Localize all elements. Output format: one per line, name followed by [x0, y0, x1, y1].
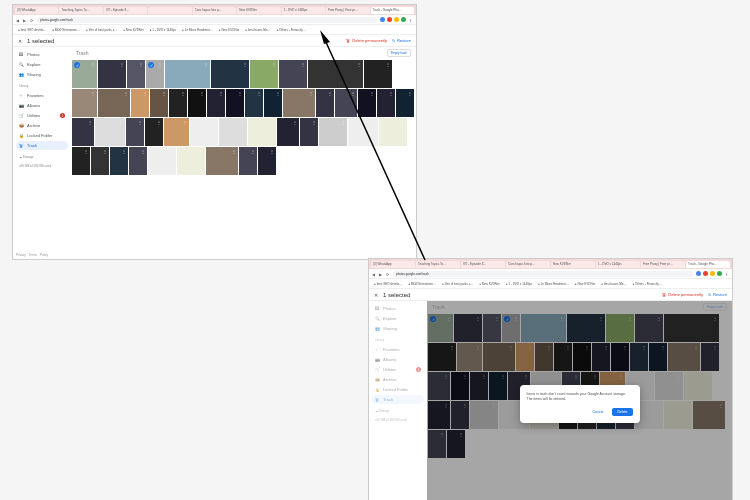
bookmark-item[interactable]: ● 1 - DVD x 1440ps	[504, 282, 534, 286]
bookmark-item[interactable]: ● best buses Ma…	[243, 28, 272, 32]
sidebar-item-trash[interactable]: 🗑Trash	[372, 395, 424, 404]
photo-thumbnail[interactable]	[91, 147, 109, 175]
forward-icon[interactable]: ▶	[379, 272, 383, 276]
sidebar-item-albums[interactable]: 📷Albums	[372, 355, 424, 364]
photo-thumbnail[interactable]	[226, 89, 244, 117]
photo-thumbnail[interactable]	[277, 118, 299, 146]
ext-icon[interactable]	[696, 271, 701, 276]
photo-thumbnail[interactable]	[146, 60, 164, 88]
photo-thumbnail[interactable]	[377, 89, 395, 117]
photo-thumbnail[interactable]	[239, 147, 257, 175]
sidebar-item-favorites[interactable]: ☆Favorites	[16, 91, 68, 100]
sidebar-item-trash[interactable]: 🗑Trash	[16, 141, 68, 150]
sidebar-item-favorites[interactable]: ☆Favorites	[372, 345, 424, 354]
photo-thumbnail[interactable]	[283, 89, 315, 117]
bookmark-item[interactable]: ● B&W Entertainm…	[406, 282, 438, 286]
footer-link[interactable]: Policy	[40, 253, 48, 257]
browser-tab[interactable]: Cara hapus foto p…	[193, 7, 236, 14]
bookmark-item[interactable]: ● Others - Financify…	[274, 28, 307, 32]
sidebar-item-sharing[interactable]: 👥Sharing	[16, 70, 68, 79]
photo-thumbnail[interactable]	[165, 60, 210, 88]
photo-thumbnail[interactable]	[219, 118, 247, 146]
browser-tab[interactable]	[148, 7, 191, 14]
browser-tab[interactable]: Teaching Topics To…	[59, 7, 102, 14]
photo-thumbnail[interactable]	[98, 89, 130, 117]
cancel-button[interactable]: Cancel	[587, 408, 608, 416]
sidebar-item-photos[interactable]: 🖼Photos	[16, 50, 68, 59]
photo-thumbnail[interactable]	[258, 147, 276, 175]
photo-thumbnail[interactable]	[98, 60, 126, 88]
photo-thumbnail[interactable]	[358, 89, 376, 117]
photo-thumbnail[interactable]	[348, 118, 378, 146]
sidebar-item-locked-folder[interactable]: 🔒Locked Folder	[372, 385, 424, 394]
browser-tab[interactable]: Free Proxy | Free pr…	[326, 7, 369, 14]
bookmark-item[interactable]: ● best buses Ma…	[599, 282, 628, 286]
photo-thumbnail[interactable]	[396, 89, 414, 117]
photo-thumbnail[interactable]	[72, 89, 97, 117]
photo-thumbnail[interactable]	[308, 60, 363, 88]
browser-tab[interactable]: Free Proxy | Free pr…	[641, 261, 685, 268]
restore-button[interactable]: ↻ Restore	[392, 38, 411, 43]
photo-thumbnail[interactable]	[131, 89, 149, 117]
photo-thumbnail[interactable]	[264, 89, 282, 117]
photo-thumbnail[interactable]	[177, 147, 205, 175]
back-icon[interactable]: ◀	[372, 272, 376, 276]
photo-thumbnail[interactable]	[211, 60, 249, 88]
photo-thumbnail[interactable]	[164, 118, 189, 146]
photo-thumbnail[interactable]	[150, 89, 168, 117]
photo-thumbnail[interactable]	[72, 60, 97, 88]
ext-icon[interactable]	[387, 17, 392, 22]
ext-icon[interactable]	[401, 17, 406, 22]
footer-link[interactable]: Privacy	[16, 253, 26, 257]
sidebar-item-albums[interactable]: 📷Albums	[16, 101, 68, 110]
empty-trash-button[interactable]: Empty trash	[387, 49, 411, 57]
delete-permanently-button[interactable]: 🗑 Delete permanently	[346, 38, 387, 43]
url-input[interactable]: photos.google.com/trash	[37, 17, 377, 23]
photo-thumbnail[interactable]	[379, 118, 407, 146]
sidebar-item-explore[interactable]: 🔍Explore	[372, 314, 424, 323]
sidebar-item-explore[interactable]: 🔍Explore	[16, 60, 68, 69]
bookmark-item[interactable]: ● New KVDNer	[217, 28, 241, 32]
ext-icon[interactable]	[394, 17, 399, 22]
browser-tab[interactable]: Trash - Google Pho…	[686, 261, 730, 268]
bookmark-item[interactable]: ● New KVDNer	[477, 282, 501, 286]
photo-thumbnail[interactable]	[250, 60, 278, 88]
bookmark-item[interactable]: ● Vee of best parks s…	[440, 282, 475, 286]
photo-thumbnail[interactable]	[335, 89, 357, 117]
close-icon[interactable]: ✕	[374, 292, 378, 298]
photo-thumbnail[interactable]	[316, 89, 334, 117]
ext-icon[interactable]	[703, 271, 708, 276]
photo-thumbnail[interactable]	[364, 60, 392, 88]
browser-tab[interactable]: Trash - Google Pho…	[371, 7, 414, 14]
photo-thumbnail[interactable]	[72, 118, 94, 146]
browser-tab[interactable]: (3) WhatsApp	[371, 261, 415, 268]
ext-icon[interactable]	[717, 271, 722, 276]
sidebar-item-photos[interactable]: 🖼Photos	[372, 304, 424, 313]
photo-thumbnail[interactable]	[319, 118, 347, 146]
bookmark-item[interactable]: ● Je Blues Headimat…	[180, 28, 215, 32]
photo-thumbnail[interactable]	[245, 89, 263, 117]
bookmark-item[interactable]: ● best SEO develo…	[16, 28, 48, 32]
browser-tab[interactable]: Teaching Topics To…	[416, 261, 460, 268]
restore-button[interactable]: ↻ Restore	[708, 292, 727, 297]
menu-icon[interactable]: ⋮	[724, 271, 729, 276]
photo-thumbnail[interactable]	[148, 147, 176, 175]
ext-icon[interactable]	[380, 17, 385, 22]
bookmark-item[interactable]: ● New KVDNer	[121, 28, 145, 32]
photo-thumbnail[interactable]	[110, 147, 128, 175]
photo-thumbnail[interactable]	[129, 147, 147, 175]
browser-tab[interactable]: VO - Episode 3…	[104, 7, 147, 14]
photo-thumbnail[interactable]	[72, 147, 90, 175]
sidebar-item-archive[interactable]: 📦Archive	[372, 375, 424, 384]
browser-tab[interactable]: Cara hapus foto p…	[506, 261, 550, 268]
reload-icon[interactable]: ⟳	[30, 18, 34, 22]
ext-icon[interactable]	[710, 271, 715, 276]
sidebar-item-utilities[interactable]: 🛒Utilities1	[16, 111, 68, 120]
back-icon[interactable]: ◀	[16, 18, 20, 22]
photo-thumbnail[interactable]	[190, 118, 218, 146]
footer-link[interactable]: Terms	[29, 253, 37, 257]
photo-thumbnail[interactable]	[145, 118, 163, 146]
photo-thumbnail[interactable]	[127, 60, 145, 88]
close-icon[interactable]: ✕	[18, 38, 22, 44]
bookmark-item[interactable]: ● Others - Financify…	[630, 282, 663, 286]
